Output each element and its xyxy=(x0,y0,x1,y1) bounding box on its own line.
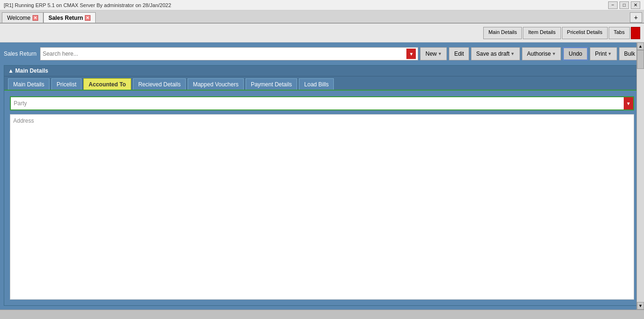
search-input[interactable] xyxy=(42,50,406,57)
maximize-button[interactable]: □ xyxy=(619,1,629,9)
address-box: Address xyxy=(10,114,634,300)
scroll-track xyxy=(637,50,644,302)
tab-add-button[interactable]: + xyxy=(630,12,642,23)
main-content: Sales Return ▼ New ▼ Edit Save as draft … xyxy=(0,42,644,310)
inner-tab-pricelist[interactable]: Pricelist xyxy=(51,78,82,90)
tab-welcome-close[interactable]: ✕ xyxy=(33,15,38,21)
tab-welcome[interactable]: Welcome ✕ xyxy=(2,12,43,23)
inner-tab-load-bills[interactable]: Load Bills xyxy=(299,78,334,90)
toolbar-tab-pricelist-details[interactable]: Pricelist Details xyxy=(562,27,608,39)
content-panel: Party ▼ Address xyxy=(4,91,640,305)
inner-tab-payment-details[interactable]: Payment Details xyxy=(246,78,297,90)
toolbar-red-indicator xyxy=(631,27,640,39)
tab-sales-return[interactable]: Sales Return ✕ xyxy=(43,12,96,23)
inner-tab-bar: Main Details Pricelist Accounted To Reci… xyxy=(4,76,640,90)
toolbar-area: Main Details Item Details Pricelist Deta… xyxy=(0,24,644,42)
module-label: Sales Return xyxy=(4,50,36,57)
toolbar-tab-main-details[interactable]: Main Details xyxy=(483,27,522,39)
save-draft-arrow: ▼ xyxy=(511,51,515,56)
authorise-arrow: ▼ xyxy=(552,51,556,56)
close-button[interactable]: ✕ xyxy=(631,1,640,9)
scrollbar: ▲ ▼ xyxy=(636,42,644,310)
search-box: ▼ xyxy=(40,47,418,60)
toolbar-tab-tabs[interactable]: Tabs xyxy=(609,27,630,39)
tab-bar: Welcome ✕ Sales Return ✕ + xyxy=(0,10,644,24)
address-label: Address xyxy=(13,118,34,124)
party-dropdown-arrow[interactable]: ▼ xyxy=(624,97,633,109)
scroll-thumb[interactable] xyxy=(637,50,644,69)
new-button[interactable]: New ▼ xyxy=(420,47,447,60)
search-dropdown-arrow[interactable]: ▼ xyxy=(406,49,416,59)
inner-tab-recieved-details[interactable]: Recieved Details xyxy=(133,78,186,90)
party-container: Party ▼ xyxy=(10,96,634,110)
new-arrow: ▼ xyxy=(438,51,442,56)
party-dropdown[interactable]: Party ▼ xyxy=(10,96,634,110)
window-controls: − □ ✕ xyxy=(608,1,640,9)
authorise-button[interactable]: Authorise ▼ xyxy=(522,47,561,60)
save-as-draft-button[interactable]: Save as draft ▼ xyxy=(471,47,520,60)
main-details-panel: ▲ Main Details Main Details Pricelist Ac… xyxy=(4,65,640,306)
toolbar-tab-item-details[interactable]: Item Details xyxy=(523,27,561,39)
party-label: Party xyxy=(14,100,630,107)
title-bar: [R1] Running ERP 5.1 on CMAX Server By a… xyxy=(0,0,644,10)
inner-tab-mapped-vouchers[interactable]: Mapped Vouchers xyxy=(188,78,244,90)
print-arrow: ▼ xyxy=(608,51,612,56)
title-text: [R1] Running ERP 5.1 on CMAX Server By a… xyxy=(4,2,171,8)
inner-tab-accounted-to[interactable]: Accounted To xyxy=(83,78,131,90)
minimize-button[interactable]: − xyxy=(608,1,618,9)
bottom-bar xyxy=(0,310,644,319)
undo-button[interactable]: Undo xyxy=(563,47,588,60)
print-button[interactable]: Print ▼ xyxy=(590,47,617,60)
scroll-down-button[interactable]: ▼ xyxy=(637,302,644,310)
tab-sales-return-close[interactable]: ✕ xyxy=(85,15,91,21)
action-bar: Sales Return ▼ New ▼ Edit Save as draft … xyxy=(4,46,640,61)
edit-button[interactable]: Edit xyxy=(449,47,469,60)
scroll-up-button[interactable]: ▲ xyxy=(637,42,644,50)
inner-tab-main-details[interactable]: Main Details xyxy=(8,78,50,90)
section-header: ▲ Main Details xyxy=(4,66,640,76)
